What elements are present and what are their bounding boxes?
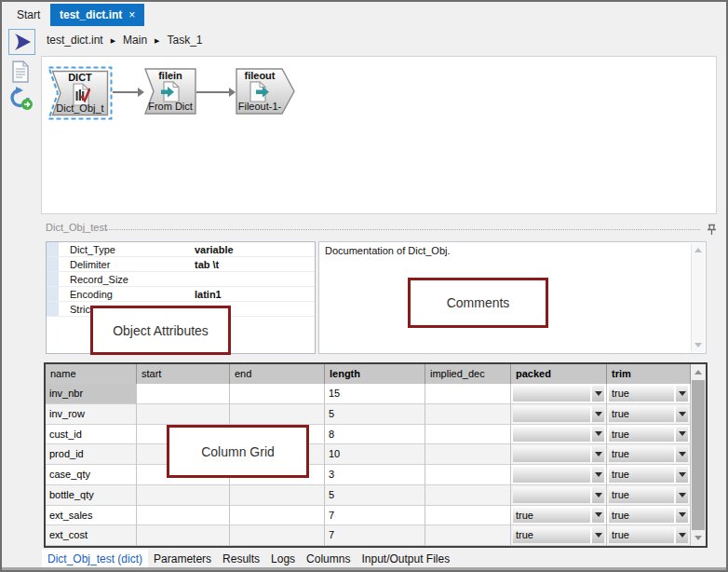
- cell-name[interactable]: case_qty: [46, 465, 137, 485]
- node-filein[interactable]: filein From Dict: [144, 68, 196, 115]
- dropdown-arrow-icon[interactable]: [674, 427, 688, 443]
- pin-icon[interactable]: [707, 223, 717, 239]
- packed-dropdown[interactable]: [513, 427, 604, 443]
- trim-dropdown[interactable]: true: [609, 446, 688, 462]
- cell-implied_dec[interactable]: [425, 404, 511, 425]
- dropdown-arrow-icon[interactable]: [590, 508, 604, 524]
- trim-dropdown[interactable]: true: [609, 427, 688, 443]
- cell-length[interactable]: 15: [325, 384, 425, 404]
- cell-start[interactable]: [137, 525, 230, 546]
- attribute-row[interactable]: Encodinglatin1: [47, 287, 315, 302]
- node-fileout[interactable]: fileout Fileout-1-: [236, 68, 295, 115]
- packed-dropdown[interactable]: [513, 446, 604, 462]
- breadcrumb-item[interactable]: Main: [123, 34, 147, 47]
- dropdown-arrow-icon[interactable]: [674, 467, 688, 483]
- attribute-row[interactable]: Record_Size: [47, 272, 315, 287]
- cell-name[interactable]: inv_nbr: [46, 384, 137, 404]
- cell-name[interactable]: ext_sales: [46, 506, 137, 526]
- cell-length[interactable]: 3: [325, 465, 425, 485]
- scroll-down-icon[interactable]: [691, 530, 706, 546]
- dropdown-arrow-icon[interactable]: [590, 467, 604, 483]
- cell-end[interactable]: [230, 525, 325, 546]
- packed-dropdown[interactable]: [513, 487, 604, 503]
- refresh-history-button[interactable]: [8, 86, 34, 111]
- dropdown-arrow-icon[interactable]: [590, 446, 604, 462]
- breadcrumb-item[interactable]: Task_1: [168, 34, 203, 47]
- attribute-value[interactable]: tab \t: [195, 257, 219, 271]
- packed-dropdown[interactable]: [513, 406, 604, 422]
- doc-scrollbar[interactable]: [691, 243, 705, 352]
- attribute-row[interactable]: Delimitertab \t: [47, 257, 315, 272]
- cell-implied_dec[interactable]: [425, 506, 511, 526]
- bottom-tab-results[interactable]: Results: [217, 550, 265, 569]
- dropdown-arrow-icon[interactable]: [674, 406, 688, 422]
- cell-implied_dec[interactable]: [425, 525, 511, 546]
- dropdown-arrow-icon[interactable]: [590, 527, 604, 543]
- grid-column-header-implied_dec[interactable]: implied_dec: [425, 364, 511, 384]
- cell-end[interactable]: [230, 384, 325, 404]
- trim-dropdown[interactable]: true: [609, 386, 688, 402]
- packed-dropdown[interactable]: true: [513, 508, 604, 524]
- grid-column-header-trim[interactable]: trim: [607, 364, 691, 384]
- diagram-canvas[interactable]: DICT Dict_Obj_t filein: [41, 56, 717, 214]
- attribute-value[interactable]: variable: [195, 242, 234, 256]
- trim-dropdown[interactable]: true: [609, 527, 688, 543]
- cell-end[interactable]: [230, 404, 325, 425]
- close-icon[interactable]: ×: [128, 8, 135, 21]
- scroll-up-icon[interactable]: [694, 248, 702, 252]
- cell-length[interactable]: 5: [325, 404, 425, 425]
- tab-start[interactable]: Start: [7, 4, 49, 26]
- scroll-down-icon[interactable]: [694, 343, 702, 347]
- scroll-up-icon[interactable]: [691, 364, 706, 380]
- grid-column-header-name[interactable]: name: [46, 364, 137, 384]
- cell-implied_dec[interactable]: [425, 444, 511, 465]
- cell-name[interactable]: inv_row: [46, 404, 137, 425]
- cell-implied_dec[interactable]: [425, 425, 511, 445]
- dropdown-arrow-icon[interactable]: [590, 487, 604, 503]
- bottom-tab-logs[interactable]: Logs: [265, 550, 301, 569]
- attribute-row[interactable]: Dict_Typevariable: [47, 242, 315, 257]
- grid-column-header-length[interactable]: length: [325, 364, 425, 384]
- dropdown-arrow-icon[interactable]: [674, 508, 688, 524]
- cell-name[interactable]: ext_cost: [46, 525, 137, 546]
- cell-length[interactable]: 7: [325, 506, 425, 526]
- dropdown-arrow-icon[interactable]: [674, 386, 688, 402]
- cell-start[interactable]: [137, 384, 230, 404]
- dropdown-arrow-icon[interactable]: [674, 527, 688, 543]
- dropdown-arrow-icon[interactable]: [674, 487, 688, 503]
- trim-dropdown[interactable]: true: [609, 508, 688, 524]
- grid-scrollbar[interactable]: [691, 364, 706, 546]
- cell-name[interactable]: prod_id: [46, 444, 137, 465]
- grid-column-header-packed[interactable]: packed: [511, 364, 607, 384]
- cell-length[interactable]: 5: [325, 485, 425, 506]
- cell-start[interactable]: [137, 485, 230, 506]
- cell-name[interactable]: cust_id: [46, 425, 137, 445]
- bottom-tab-dict-obj-test-dict-[interactable]: Dict_Obj_test (dict): [42, 550, 148, 569]
- cell-start[interactable]: [137, 404, 230, 425]
- cell-implied_dec[interactable]: [425, 485, 511, 506]
- scrollbar-thumb[interactable]: [692, 380, 705, 530]
- grid-column-header-end[interactable]: end: [230, 364, 325, 384]
- cell-name[interactable]: bottle_qty: [46, 485, 137, 506]
- bottom-tab-parameters[interactable]: Parameters: [148, 550, 217, 569]
- packed-dropdown[interactable]: true: [513, 527, 604, 543]
- dropdown-arrow-icon[interactable]: [674, 446, 688, 462]
- trim-dropdown[interactable]: true: [609, 406, 688, 422]
- cell-length[interactable]: 7: [325, 525, 425, 546]
- trim-dropdown[interactable]: true: [609, 467, 688, 483]
- node-dict[interactable]: DICT Dict_Obj_t: [47, 66, 113, 120]
- cell-length[interactable]: 10: [325, 444, 425, 465]
- dropdown-arrow-icon[interactable]: [590, 386, 604, 402]
- breadcrumb-item[interactable]: test_dict.int: [47, 34, 103, 47]
- packed-dropdown[interactable]: [513, 467, 604, 483]
- attribute-value[interactable]: latin1: [195, 287, 222, 301]
- cell-start[interactable]: [137, 506, 230, 526]
- cell-implied_dec[interactable]: [425, 465, 511, 485]
- cell-length[interactable]: 8: [325, 425, 425, 445]
- cell-end[interactable]: [230, 485, 325, 506]
- cell-implied_dec[interactable]: [425, 384, 511, 404]
- trim-dropdown[interactable]: true: [609, 487, 688, 503]
- bottom-tab-input-output-files[interactable]: Input/Output Files: [356, 550, 455, 569]
- run-button[interactable]: [8, 29, 35, 55]
- document-button[interactable]: [11, 61, 30, 83]
